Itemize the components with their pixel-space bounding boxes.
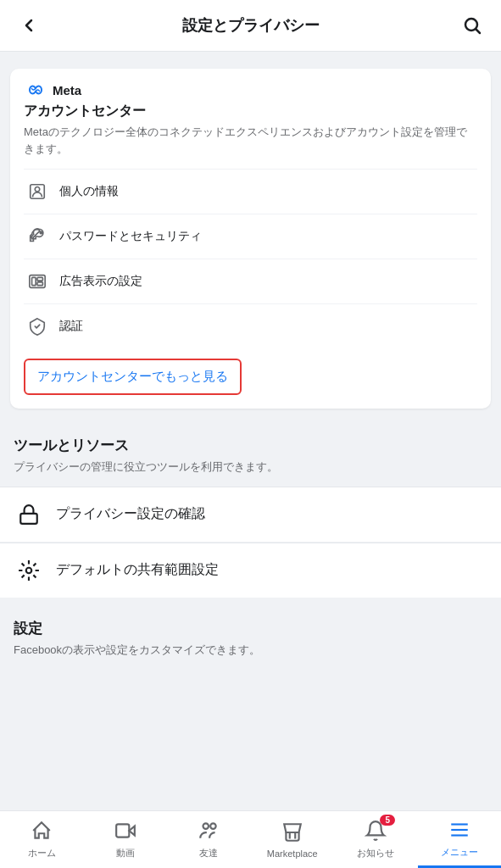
nav-friends[interactable]: 友達 bbox=[167, 811, 251, 868]
meta-infinity-icon bbox=[24, 82, 47, 97]
settings-section-header: 設定 Facebookの表示や設定をカスタマイズできます。 bbox=[0, 605, 501, 669]
default-share-label: デフォルトの共有範囲設定 bbox=[56, 561, 219, 579]
default-share-icon bbox=[14, 555, 44, 586]
meta-logo: Meta bbox=[24, 82, 477, 97]
svg-rect-10 bbox=[116, 824, 129, 837]
meta-logo-text: Meta bbox=[53, 83, 81, 97]
svg-rect-7 bbox=[37, 282, 42, 286]
svg-rect-8 bbox=[20, 513, 37, 523]
verification-icon bbox=[24, 313, 51, 340]
svg-point-9 bbox=[26, 567, 32, 573]
personal-info-label: 個人の情報 bbox=[59, 184, 119, 199]
nav-video-label: 動画 bbox=[116, 847, 135, 860]
nav-notifications-label: お知らせ bbox=[357, 847, 394, 860]
menu-icon bbox=[448, 819, 470, 844]
marketplace-icon bbox=[281, 821, 303, 847]
svg-rect-5 bbox=[32, 277, 36, 285]
password-security-label: パスワードとセキュリティ bbox=[59, 229, 202, 244]
ad-settings-label: 広告表示の設定 bbox=[59, 274, 142, 289]
notification-badge-wrapper: 5 bbox=[365, 820, 387, 845]
password-security-item[interactable]: パスワードとセキュリティ bbox=[24, 214, 477, 259]
divider-1 bbox=[0, 415, 501, 422]
privacy-check-icon bbox=[14, 499, 44, 530]
search-button[interactable] bbox=[457, 10, 487, 41]
account-center-title: アカウントセンター bbox=[24, 103, 477, 120]
svg-point-13 bbox=[210, 823, 216, 829]
personal-info-icon bbox=[24, 178, 51, 205]
verification-label: 認証 bbox=[59, 319, 83, 334]
privacy-check-item[interactable]: プライバシー設定の確認 bbox=[0, 487, 501, 542]
svg-point-2 bbox=[35, 187, 40, 192]
nav-marketplace[interactable]: Marketplace bbox=[251, 811, 335, 868]
nav-home-label: ホーム bbox=[28, 847, 56, 860]
nav-friends-label: 友達 bbox=[199, 847, 218, 860]
tools-section-header: ツールとリソース プライバシーの管理に役立つツールを利用できます。 bbox=[0, 422, 501, 486]
settings-section-title: 設定 bbox=[14, 619, 487, 638]
nav-video[interactable]: 動画 bbox=[84, 811, 168, 868]
password-security-icon bbox=[24, 223, 51, 250]
nav-home[interactable]: ホーム bbox=[0, 811, 84, 868]
default-share-item[interactable]: デフォルトの共有範囲設定 bbox=[0, 542, 501, 598]
nav-marketplace-label: Marketplace bbox=[267, 849, 318, 859]
ad-settings-item[interactable]: 広告表示の設定 bbox=[24, 259, 477, 303]
svg-point-12 bbox=[203, 823, 209, 829]
notification-badge: 5 bbox=[380, 815, 395, 826]
header: 設定とプライバシー bbox=[0, 0, 501, 52]
account-center-desc: Metaのテクノロジー全体のコネクテッドエクスペリエンスおよびアカウント設定を管… bbox=[24, 124, 477, 157]
svg-point-3 bbox=[40, 231, 42, 234]
nav-notifications[interactable]: 5 お知らせ bbox=[334, 811, 418, 868]
tools-section-title: ツールとリソース bbox=[14, 436, 487, 455]
more-link-button[interactable]: アカウントセンターでもっと見る bbox=[24, 359, 242, 395]
back-button[interactable] bbox=[14, 10, 44, 41]
bottom-nav: ホーム 動画 友達 bbox=[0, 810, 501, 868]
divider-2 bbox=[0, 598, 501, 605]
privacy-check-label: プライバシー設定の確認 bbox=[56, 505, 205, 523]
nav-menu[interactable]: メニュー bbox=[418, 811, 502, 868]
settings-section-desc: Facebookの表示や設定をカスタマイズできます。 bbox=[14, 642, 487, 659]
main-content: Meta アカウントセンター Metaのテクノロジー全体のコネクテッドエクスペリ… bbox=[0, 52, 501, 736]
ad-settings-icon bbox=[24, 268, 51, 295]
personal-info-item[interactable]: 個人の情報 bbox=[24, 169, 477, 214]
video-icon bbox=[114, 820, 136, 845]
more-link-label: アカウントセンターでもっと見る bbox=[37, 369, 228, 383]
friends-icon bbox=[198, 820, 220, 845]
nav-menu-label: メニュー bbox=[441, 846, 478, 859]
tools-section-desc: プライバシーの管理に役立つツールを利用できます。 bbox=[14, 459, 487, 476]
svg-rect-6 bbox=[37, 277, 42, 281]
verification-item[interactable]: 認証 bbox=[24, 303, 477, 348]
page-title: 設定とプライバシー bbox=[182, 15, 320, 36]
home-icon bbox=[31, 820, 53, 845]
account-center-card: Meta アカウントセンター Metaのテクノロジー全体のコネクテッドエクスペリ… bbox=[10, 69, 491, 409]
